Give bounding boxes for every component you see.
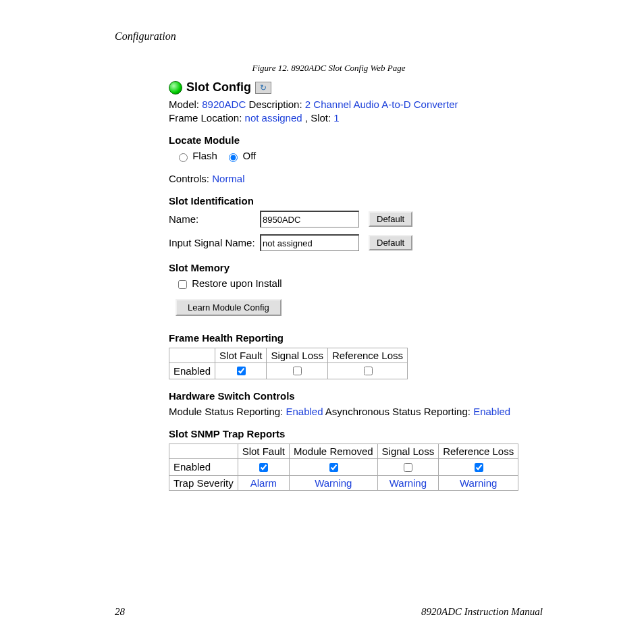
figure-caption: Figure 12. 8920ADC Slot Config Web Page — [115, 63, 543, 74]
fh-reference-loss-checkbox[interactable] — [364, 367, 373, 375]
frame-loc-value: not assigned — [245, 112, 302, 124]
off-radio-label[interactable]: Off — [225, 150, 256, 161]
frame-health-table: Slot Fault Signal Loss Reference Loss En… — [169, 348, 408, 380]
snmp-sev-reference-loss: Warning — [439, 475, 518, 490]
snmp-sev-module-removed: Warning — [290, 475, 378, 490]
flash-radio[interactable] — [179, 153, 188, 162]
page-header: Configuration — [115, 30, 543, 43]
async-value: Enabled — [473, 406, 510, 417]
learn-module-config-button[interactable]: Learn Module Config — [176, 299, 281, 316]
slot-label: , Slot: — [305, 112, 331, 124]
snmp-col-reference-loss: Reference Loss — [439, 444, 518, 459]
flash-radio-label[interactable]: Flash — [176, 150, 220, 161]
page-number: 28 — [115, 606, 125, 618]
snmp-slot-fault-checkbox[interactable] — [259, 463, 268, 472]
desc-label: Description: — [248, 99, 302, 110]
snmp-module-removed-checkbox[interactable] — [329, 463, 338, 472]
snmp-col-slot-fault: Slot Fault — [238, 444, 289, 459]
snmp-col-signal-loss: Signal Loss — [377, 444, 439, 459]
fh-col-slot-fault: Slot Fault — [215, 348, 267, 363]
mod-status-value: Enabled — [286, 406, 323, 417]
desc-value: 2 Channel Audio A-to-D Converter — [305, 99, 458, 110]
model-line: Model: 8920ADC Description: 2 Channel Au… — [169, 99, 543, 110]
flash-radio-text: Flash — [192, 150, 217, 161]
status-led-icon — [169, 81, 182, 95]
name-default-button[interactable]: Default — [369, 211, 412, 227]
frame-loc-label: Frame Location: — [169, 112, 242, 124]
snmp-sev-signal-loss: Warning — [377, 475, 439, 490]
input-signal-default-button[interactable]: Default — [369, 235, 412, 250]
input-signal-label: Input Signal Name: — [169, 237, 260, 248]
snmp-heading: Slot SNMP Trap Reports — [169, 428, 543, 439]
fh-signal-loss-checkbox[interactable] — [293, 367, 302, 375]
slot-value: 1 — [333, 112, 339, 124]
manual-name: 8920ADC Instruction Manual — [421, 606, 543, 618]
frame-line: Frame Location: not assigned , Slot: 1 — [169, 112, 543, 124]
snmp-table: Slot Fault Module Removed Signal Loss Re… — [169, 444, 518, 491]
fh-row-label: Enabled — [169, 363, 215, 379]
fh-col-signal-loss: Signal Loss — [267, 348, 328, 363]
restore-checkbox[interactable] — [178, 280, 187, 289]
name-input[interactable] — [260, 211, 359, 227]
off-radio[interactable] — [229, 153, 238, 162]
name-label: Name: — [169, 213, 260, 225]
model-label: Model: — [169, 99, 199, 110]
snmp-sev-slot-fault: Alarm — [238, 475, 289, 490]
snmp-col-module-removed: Module Removed — [290, 444, 378, 459]
slot-id-heading: Slot Identification — [169, 195, 543, 207]
async-label: Asynchronous Status Reporting: — [325, 406, 471, 417]
snmp-col-0 — [169, 444, 238, 459]
page-title: Slot Config — [186, 80, 251, 95]
controls-line: Controls: Normal — [169, 173, 543, 184]
snmp-sev-label: Trap Severity — [169, 475, 238, 490]
snmp-enabled-label: Enabled — [169, 459, 238, 476]
model-value: 8920ADC — [202, 99, 246, 110]
snmp-reference-loss-checkbox[interactable] — [475, 463, 483, 472]
controls-label: Controls: — [169, 173, 209, 184]
mod-status-label: Module Status Reporting: — [169, 406, 283, 417]
restore-checkbox-label[interactable]: Restore upon Install — [176, 277, 282, 289]
snmp-signal-loss-checkbox[interactable] — [404, 463, 412, 472]
locate-module-heading: Locate Module — [169, 134, 543, 146]
fh-col-reference-loss: Reference Loss — [328, 348, 408, 363]
hw-switch-line: Module Status Reporting: Enabled Asynchr… — [169, 406, 543, 417]
frame-health-heading: Frame Health Reporting — [169, 332, 543, 344]
controls-value: Normal — [212, 173, 244, 184]
hw-switch-heading: Hardware Switch Controls — [169, 390, 543, 402]
restore-label-text: Restore upon Install — [192, 277, 281, 289]
off-radio-text: Off — [243, 150, 257, 161]
input-signal-input[interactable] — [260, 234, 359, 251]
slot-memory-heading: Slot Memory — [169, 262, 543, 273]
fh-col-0 — [169, 348, 215, 363]
refresh-icon[interactable]: ↻ — [255, 82, 271, 94]
fh-slot-fault-checkbox[interactable] — [237, 367, 246, 375]
